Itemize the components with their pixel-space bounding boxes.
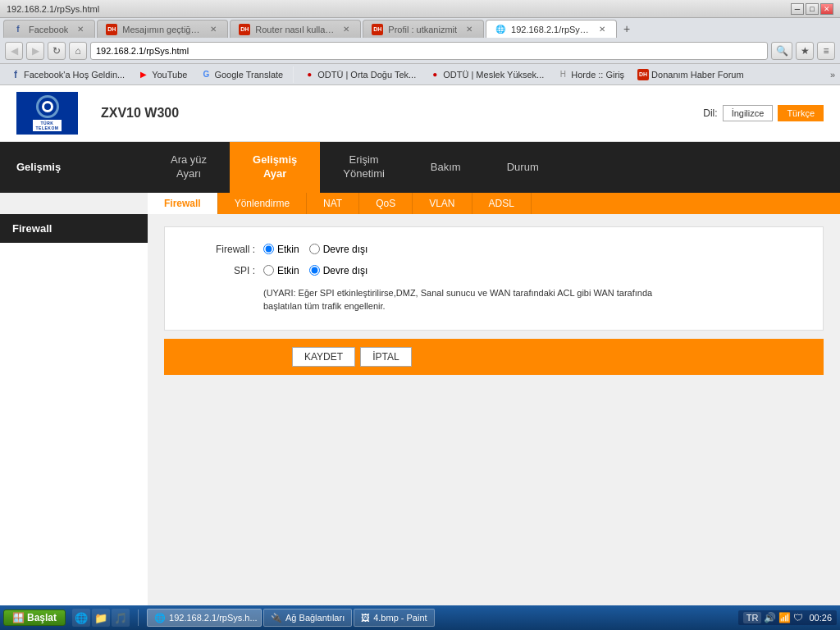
- bookmark-facebook-label: Facebook'a Hoş Geldin...: [24, 70, 125, 80]
- title-bar-text: 192.168.2.1/rpSys.html: [7, 4, 99, 14]
- bookmark-horde[interactable]: H Horde :: Giriş: [552, 66, 629, 83]
- bookmark-odtu1[interactable]: ● ODTÜ | Orta Doğu Tek...: [299, 66, 421, 83]
- tab-dh-mesaj-close[interactable]: ✕: [208, 24, 219, 35]
- firewall-etkin-option[interactable]: Etkin: [263, 244, 299, 255]
- taskbar-task-192[interactable]: 🌐 192.168.2.1/rpSys.h...: [147, 609, 262, 627]
- title-bar: 192.168.2.1/rpSys.html ─ □ ✕: [0, 0, 840, 18]
- tray-lang: TR: [743, 612, 762, 623]
- tray-volume-icon: 📶: [778, 612, 791, 623]
- bookmarks-more-button[interactable]: »: [830, 70, 835, 80]
- spi-etkin-label: Etkin: [277, 265, 299, 276]
- tab-profil[interactable]: DH Profil : utkanizmit ✕: [363, 20, 484, 38]
- lang-label: Dil:: [703, 107, 717, 119]
- firewall-devre-disi-label: Devre dışı: [323, 244, 368, 255]
- minimize-button[interactable]: ─: [791, 3, 804, 15]
- start-icon: 🪟: [12, 612, 25, 623]
- sub-nav-adsl[interactable]: ADSL: [472, 193, 532, 214]
- odtu2-bookmark-icon: ●: [429, 69, 441, 80]
- profil-tab-favicon: DH: [372, 24, 383, 35]
- nav-item-erisim[interactable]: Erişim Yönetimi: [320, 142, 408, 193]
- bookmarks-button[interactable]: ★: [796, 42, 814, 60]
- close-button[interactable]: ✕: [820, 3, 833, 15]
- firewall-etkin-radio[interactable]: [263, 244, 274, 254]
- main-nav-section-label: Gelişmiş: [0, 142, 148, 193]
- tab-facebook-close[interactable]: ✕: [75, 24, 86, 35]
- firewall-devre-disi-radio[interactable]: [309, 244, 320, 254]
- bookmark-dh[interactable]: DH Donanım Haber Forum: [632, 66, 749, 83]
- firewall-devre-disi-option[interactable]: Devre dışı: [309, 244, 368, 255]
- content-area: Firewall Firewall : Etkin: [0, 214, 840, 630]
- taskbar-ie-icon[interactable]: 🌐: [72, 609, 90, 627]
- spi-devre-disi-label: Devre dışı: [323, 265, 368, 276]
- sub-nav: Firewall Yönlendirme NAT QoS VLAN ADSL: [148, 193, 840, 214]
- firewall-form: Firewall : Etkin Devre dışı: [164, 226, 824, 331]
- address-input[interactable]: [90, 42, 768, 60]
- new-tab-button[interactable]: +: [619, 20, 635, 38]
- save-button[interactable]: KAYDET: [292, 347, 355, 367]
- sub-nav-yonlendirme[interactable]: Yönlendirme: [218, 193, 307, 214]
- browser-window: 192.168.2.1/rpSys.html ─ □ ✕ f Facebook …: [0, 0, 840, 630]
- tools-button[interactable]: ≡: [817, 42, 835, 60]
- tab-facebook[interactable]: f Facebook ✕: [3, 20, 95, 38]
- horde-bookmark-icon: H: [557, 69, 568, 80]
- tab-dh-mesaj[interactable]: DH Mesajımın geçtiği konula... ✕: [97, 20, 228, 38]
- sub-nav-vlan[interactable]: VLAN: [413, 193, 472, 214]
- warning-text: (UYARI: Eğer SPI etkinleştirilirse,DMZ, …: [263, 286, 673, 313]
- tab-dh-mesaj-label: Mesajımın geçtiği konula...: [122, 25, 201, 34]
- bookmark-facebook[interactable]: f Facebook'a Hoş Geldin...: [5, 66, 130, 83]
- tab-router-page-close[interactable]: ✕: [596, 24, 608, 35]
- task-paint-label: 4.bmp - Paint: [373, 613, 427, 623]
- tt-logo-bottom-text: TELEKOM: [36, 126, 59, 130]
- nav-item-bakim[interactable]: Bakım: [408, 142, 484, 193]
- bookmark-odtu2[interactable]: ● ODTÜ | Meslek Yüksek...: [424, 66, 549, 83]
- dh-mesaj-tab-favicon: DH: [106, 24, 117, 35]
- home-button[interactable]: ⌂: [69, 42, 87, 60]
- maximize-button[interactable]: □: [806, 3, 819, 15]
- sub-nav-spacer: [0, 193, 148, 214]
- bookmark-translate-label: Google Translate: [214, 70, 283, 80]
- tab-router-nasil[interactable]: DH Router nasıl kullanılır ✕: [230, 20, 361, 38]
- taskbar-task-paint[interactable]: 🖼 4.bmp - Paint: [354, 609, 434, 627]
- taskbar-explorer-icon[interactable]: 📁: [92, 609, 110, 627]
- sub-nav-firewall[interactable]: Firewall: [148, 193, 218, 214]
- forward-button[interactable]: ▶: [26, 42, 44, 60]
- reload-button[interactable]: ↻: [48, 42, 66, 60]
- tt-logo-text-box: TÜRK TELEKOM: [33, 120, 62, 131]
- spi-devre-disi-radio[interactable]: [309, 265, 320, 276]
- spi-label: SPI :: [181, 265, 263, 276]
- sub-nav-nat[interactable]: NAT: [307, 193, 359, 214]
- search-button[interactable]: 🔍: [771, 42, 792, 60]
- tab-profil-close[interactable]: ✕: [463, 24, 475, 35]
- lang-area: Dil: İngilizce Türkçe: [703, 105, 824, 121]
- lang-turkce-button[interactable]: Türkçe: [778, 105, 824, 121]
- taskbar-task-ag[interactable]: 🔌 Ağ Bağlantıları: [263, 609, 352, 627]
- spi-etkin-option[interactable]: Etkin: [263, 265, 299, 276]
- nav-item-gelismis[interactable]: Gelişmiş Ayar: [230, 142, 320, 193]
- cancel-button[interactable]: İPTAL: [360, 347, 411, 367]
- bookmark-translate[interactable]: G Google Translate: [195, 66, 288, 83]
- lang-ingilizce-button[interactable]: İngilizce: [723, 105, 774, 121]
- taskbar-media-icon[interactable]: 🎵: [112, 609, 130, 627]
- sub-nav-qos[interactable]: QoS: [359, 193, 413, 214]
- facebook-bookmark-icon: f: [10, 69, 21, 80]
- router-page: TÜRK TELEKOM ZXV10 W300 Dil: İngilizce T…: [0, 85, 840, 630]
- tab-router-nasil-close[interactable]: ✕: [340, 24, 352, 35]
- task-ag-label: Ağ Bağlantıları: [285, 613, 345, 623]
- tray-security-icon: 🛡: [793, 612, 803, 623]
- nav-item-durum[interactable]: Durum: [484, 142, 562, 193]
- bookmarks-bar: f Facebook'a Hoş Geldin... ▶ YouTube G G…: [0, 64, 840, 85]
- start-button[interactable]: 🪟 Başlat: [3, 609, 66, 626]
- bookmark-youtube[interactable]: ▶ YouTube: [133, 66, 192, 83]
- main-nav: Gelişmiş Ara yüz Ayarı Gelişmiş Ayar Eri…: [0, 142, 840, 193]
- back-button[interactable]: ◀: [5, 42, 23, 60]
- tab-profil-label: Profil : utkanizmit: [388, 25, 457, 34]
- nav-item-arayuz[interactable]: Ara yüz Ayarı: [148, 142, 230, 193]
- task-192-icon: 🌐: [154, 613, 166, 623]
- tab-router-page[interactable]: 🌐 192.168.2.1/rpSys.html ✕: [486, 20, 617, 38]
- spi-devre-disi-option[interactable]: Devre dışı: [309, 265, 368, 276]
- spi-etkin-radio[interactable]: [263, 265, 274, 276]
- sub-nav-container: Firewall Yönlendirme NAT QoS VLAN ADSL: [0, 193, 840, 214]
- youtube-bookmark-icon: ▶: [138, 69, 149, 80]
- router-model-name: ZXV10 W300: [101, 106, 179, 121]
- spi-radio-group: Etkin Devre dışı: [263, 265, 368, 276]
